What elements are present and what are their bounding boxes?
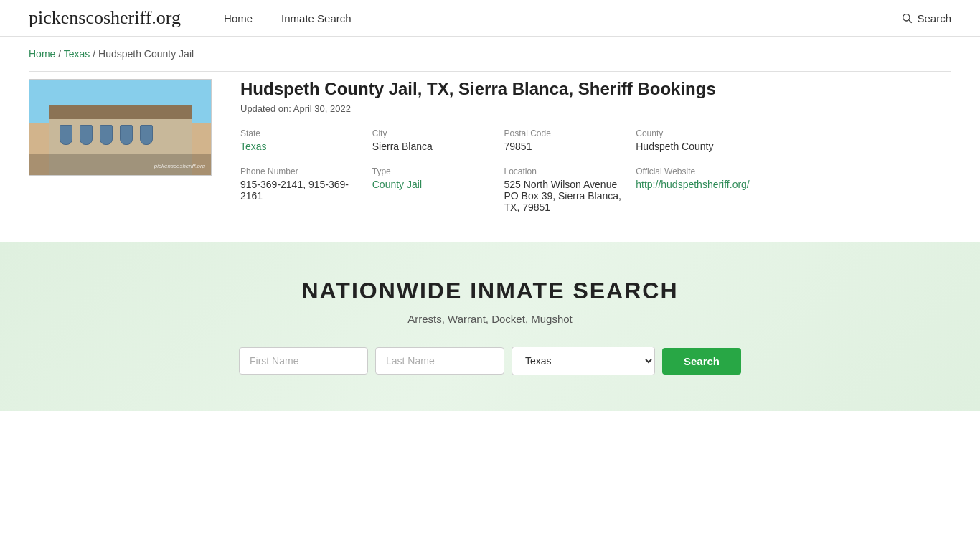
phone-label: Phone Number bbox=[240, 166, 365, 176]
postal-label: Postal Code bbox=[504, 128, 629, 138]
jail-window-1 bbox=[60, 125, 72, 145]
city-value: Sierra Blanca bbox=[372, 141, 433, 152]
site-logo[interactable]: pickenscosheriff.org bbox=[29, 7, 181, 29]
search-icon bbox=[901, 12, 913, 24]
header: pickenscosheriff.org Home Inmate Search … bbox=[0, 0, 980, 37]
jail-image: pickenscosheriff.org bbox=[29, 79, 212, 176]
website-label: Official Website bbox=[636, 166, 760, 176]
state-label: State bbox=[240, 128, 365, 138]
website-value[interactable]: http://hudspethsheriff.org/ bbox=[636, 179, 750, 190]
type-label: Type bbox=[372, 166, 497, 176]
nav-home[interactable]: Home bbox=[224, 12, 253, 24]
type-field: Type County Jail bbox=[372, 166, 497, 213]
jail-window-3 bbox=[100, 125, 113, 145]
postal-value: 79851 bbox=[504, 141, 532, 152]
breadcrumb: Home / Texas / Hudspeth County Jail bbox=[0, 37, 980, 71]
phone-field: Phone Number 915-369-2141, 915-369-2161 bbox=[240, 166, 365, 213]
jail-window-4 bbox=[120, 125, 133, 145]
website-field: Official Website http://hudspethsheriff.… bbox=[636, 166, 760, 213]
postal-field: Postal Code 79851 bbox=[504, 128, 629, 152]
info-grid: State Texas City Sierra Blanca Postal Co… bbox=[240, 128, 760, 213]
header-search[interactable]: Search bbox=[901, 12, 951, 24]
county-field: County Hudspeth County bbox=[636, 128, 760, 152]
search-section-title: NATIONWIDE INMATE SEARCH bbox=[29, 278, 951, 304]
breadcrumb-current: Hudspeth County Jail bbox=[98, 48, 194, 60]
city-label: City bbox=[372, 128, 497, 138]
breadcrumb-state[interactable]: Texas bbox=[64, 48, 90, 60]
svg-point-0 bbox=[903, 14, 910, 21]
jail-window-5 bbox=[140, 125, 153, 145]
search-section-subtitle: Arrests, Warrant, Docket, Mugshot bbox=[29, 313, 951, 325]
phone-value: 915-369-2141, 915-369-2161 bbox=[240, 179, 349, 202]
state-field: State Texas bbox=[240, 128, 365, 152]
search-button[interactable]: Search bbox=[662, 348, 741, 375]
county-value: Hudspeth County bbox=[636, 141, 713, 152]
search-form: AlabamaAlaskaArizonaArkansasCaliforniaCo… bbox=[29, 347, 951, 375]
search-section: NATIONWIDE INMATE SEARCH Arrests, Warran… bbox=[0, 242, 980, 411]
info-section: Hudspeth County Jail, TX, Sierra Blanca,… bbox=[240, 79, 760, 213]
breadcrumb-home[interactable]: Home bbox=[29, 48, 55, 60]
nav-inmate-search[interactable]: Inmate Search bbox=[281, 12, 352, 24]
location-field: Location 525 North Wilson Avenue PO Box … bbox=[504, 166, 629, 213]
image-watermark: pickenscosheriff.org bbox=[154, 163, 205, 169]
state-value[interactable]: Texas bbox=[240, 141, 267, 152]
breadcrumb-sep2: / bbox=[93, 48, 98, 60]
type-value[interactable]: County Jail bbox=[372, 179, 422, 190]
state-select[interactable]: AlabamaAlaskaArizonaArkansasCaliforniaCo… bbox=[512, 347, 655, 375]
jail-title: Hudspeth County Jail, TX, Sierra Blanca,… bbox=[240, 79, 760, 99]
location-label: Location bbox=[504, 166, 629, 176]
location-value: 525 North Wilson Avenue PO Box 39, Sierr… bbox=[504, 179, 621, 213]
main-content: pickenscosheriff.org Hudspeth County Jai… bbox=[0, 72, 789, 242]
county-label: County bbox=[636, 128, 760, 138]
breadcrumb-sep1: / bbox=[58, 48, 64, 60]
updated-date: Updated on: April 30, 2022 bbox=[240, 103, 760, 114]
jail-roof bbox=[49, 105, 192, 119]
jail-windows bbox=[60, 125, 153, 145]
last-name-input[interactable] bbox=[375, 347, 504, 375]
main-nav: Home Inmate Search Search bbox=[224, 12, 951, 24]
jail-image-bg bbox=[29, 80, 211, 175]
first-name-input[interactable] bbox=[239, 347, 368, 375]
city-field: City Sierra Blanca bbox=[372, 128, 497, 152]
svg-line-1 bbox=[909, 20, 912, 23]
jail-window-2 bbox=[80, 125, 93, 145]
search-label: Search bbox=[917, 12, 951, 24]
